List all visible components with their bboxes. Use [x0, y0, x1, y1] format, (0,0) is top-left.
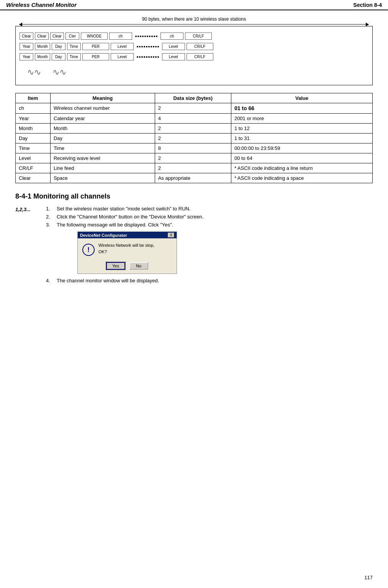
- diagram-arrow: [15, 24, 373, 24]
- wave-symbol-left: ∿∿: [27, 67, 41, 77]
- table-cell-meaning: Calendar year: [50, 114, 155, 124]
- cell-crlf-1: CR/LF: [185, 33, 212, 40]
- cell-ch-2: ch: [160, 33, 183, 40]
- page-header: Wireless Channel Monitor Section 8-4: [0, 0, 388, 10]
- cell-month-1: Month: [35, 43, 50, 50]
- dialog-no-button[interactable]: No: [129, 262, 148, 270]
- table-cell-datasize: 2: [155, 163, 231, 173]
- table-cell-meaning: Wireless channel number: [50, 103, 155, 114]
- step-1: 1. Set the wireless master station "mode…: [46, 206, 373, 212]
- table-cell-meaning: Receiving wave level: [50, 153, 155, 163]
- cell-month-2: Month: [35, 53, 50, 60]
- table-cell-item: Clear: [16, 173, 51, 183]
- dialog-message: Wireless Network will be stop, OK?: [98, 242, 154, 255]
- step-2: 2. Click the "Channel Monitor" button on…: [46, 214, 373, 220]
- table-cell-value: 1 to 12: [231, 124, 372, 134]
- cell-wnode: WNODE: [81, 33, 108, 40]
- cell-dots-3: [135, 55, 160, 59]
- table-row: TimeTime800:00:00 to 23:59:59: [16, 143, 373, 153]
- table-cell-datasize: 4: [155, 114, 231, 124]
- table-cell-datasize: 2: [155, 134, 231, 143]
- table-cell-meaning: Time: [50, 143, 155, 153]
- cell-year-2: Year: [20, 53, 33, 60]
- cell-cler: Cler: [65, 33, 79, 40]
- dialog-buttons: Yes No: [78, 260, 177, 274]
- table-header-value: Value: [231, 93, 372, 103]
- table-cell-meaning: Day: [50, 134, 155, 143]
- dialog-message-line2: OK?: [98, 249, 154, 255]
- table-cell-value: 1 to 31: [231, 134, 372, 143]
- section-841-heading: 8-4-1 Monitoring all channels: [15, 192, 373, 200]
- table-cell-item: ch: [16, 103, 51, 114]
- cell-dots-1: [134, 34, 159, 38]
- table-cell-item: Year: [16, 114, 51, 124]
- steps-container: 1,2,3... 1. Set the wireless master stat…: [15, 206, 373, 286]
- diagram-section: 90 bytes, when there are 10 wireless sla…: [15, 16, 373, 85]
- table-cell-datasize: 8: [155, 143, 231, 153]
- table-row: CR/LFLine feed2* ASCII code indicating a…: [16, 163, 373, 173]
- cell-level-3: Level: [111, 53, 134, 60]
- diagram-label: 90 bytes, when there are 10 wireless sla…: [15, 16, 373, 22]
- table-cell-item: Time: [16, 143, 51, 153]
- cell-dots-2: [135, 45, 160, 49]
- cell-crlf-2: CR/LF: [187, 43, 213, 50]
- cell-time-1: Time: [67, 43, 81, 50]
- table-cell-value: 00 to 64: [231, 153, 372, 163]
- table-cell-meaning: Space: [50, 173, 155, 183]
- step-4: 4. The channel monitor window will be di…: [46, 278, 373, 283]
- cell-clear-3: Clear: [50, 33, 64, 40]
- dialog-yes-button[interactable]: Yes: [106, 262, 125, 270]
- table-row: MonthMonth21 to 12: [16, 124, 373, 134]
- table-cell-item: Level: [16, 153, 51, 163]
- table-cell-datasize: As appropriate: [155, 173, 231, 183]
- table-cell-value: 2001 or more: [231, 114, 372, 124]
- table-header-meaning: Meaning: [50, 93, 155, 103]
- dialog-body: ! Wireless Network will be stop, OK?: [78, 238, 177, 260]
- table-cell-value: 00:00:00 to 23:59:59: [231, 143, 372, 153]
- dialog-title: DeviceNet Configurator: [80, 233, 127, 238]
- steps-label: 1,2,3...: [15, 206, 38, 286]
- cell-time-2: Time: [67, 53, 81, 60]
- section-label: Section 8-4: [353, 2, 382, 8]
- page-title: Wireless Channel Monitor: [6, 2, 77, 8]
- table-cell-datasize: 2: [155, 124, 231, 134]
- table-cell-value: * ASCII code indicating a space: [231, 173, 372, 183]
- wave-symbol-right: ∿∿: [52, 67, 66, 77]
- cell-level-1: Level: [111, 43, 134, 50]
- step-3-num: 3.: [46, 222, 54, 228]
- dialog-screenshot: DeviceNet Configurator X ! Wireless Netw…: [77, 231, 177, 274]
- table-cell-datasize: 2: [155, 153, 231, 163]
- table-row: ClearSpaceAs appropriate* ASCII code ind…: [16, 173, 373, 183]
- cell-level-2: Level: [162, 43, 185, 50]
- cell-year-1: Year: [20, 43, 33, 50]
- table-cell-datasize: 2: [155, 103, 231, 114]
- page-content: 90 bytes, when there are 10 wireless sla…: [0, 10, 388, 298]
- cell-ch-1: ch: [109, 33, 132, 40]
- cell-day-2: Day: [52, 53, 65, 60]
- dialog-titlebar: DeviceNet Configurator X: [78, 232, 177, 238]
- data-table: Item Meaning Data size (bytes) Value chW…: [15, 93, 373, 183]
- cell-level-4: Level: [162, 53, 185, 60]
- table-cell-meaning: Line feed: [50, 163, 155, 173]
- table-row: YearCalendar year42001 or more: [16, 114, 373, 124]
- table-cell-item: Month: [16, 124, 51, 134]
- table-row: LevelReceiving wave level200 to 64: [16, 153, 373, 163]
- dialog-warning-icon: !: [82, 244, 95, 256]
- table-cell-item: Day: [16, 134, 51, 143]
- diagram-row-2: Year Month Day Time PER Level Level CR/L…: [20, 43, 368, 50]
- table-cell-value: * ASCII code indicating a line return: [231, 163, 372, 173]
- arrow-line: [19, 24, 369, 24]
- page-number: 117: [364, 575, 373, 580]
- step-4-num: 4.: [46, 278, 54, 283]
- dialog-close-button[interactable]: X: [168, 233, 174, 238]
- step-1-num: 1.: [46, 206, 54, 212]
- cell-per-2: PER: [82, 53, 109, 60]
- cell-crlf-3: CR/LF: [187, 53, 213, 60]
- table-cell-value: 01 to 66: [231, 103, 372, 114]
- cell-day-1: Day: [52, 43, 65, 50]
- step-1-text: Set the wireless master station "mode se…: [57, 206, 191, 212]
- step-3-text: The following message will be displayed.…: [57, 222, 173, 228]
- wave-row: ∿∿ ∿∿: [20, 64, 368, 79]
- table-row: DayDay21 to 31: [16, 134, 373, 143]
- table-header-item: Item: [16, 93, 51, 103]
